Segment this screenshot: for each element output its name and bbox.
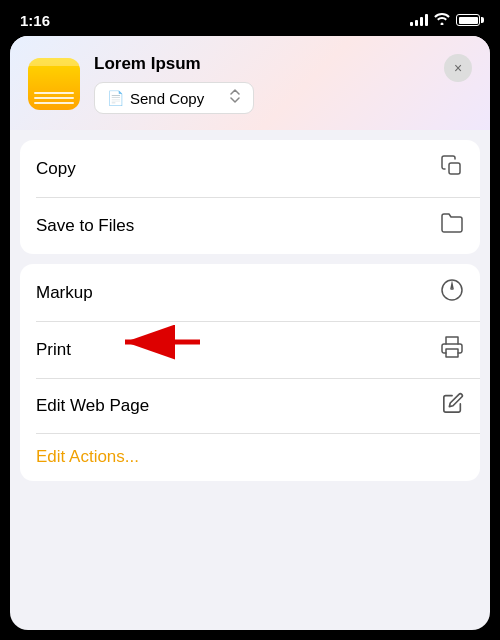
app-title: Lorem Ipsum [94, 54, 472, 74]
menu-item-print[interactable]: Print [20, 321, 480, 378]
document-icon: 📄 [107, 90, 124, 106]
print-label: Print [36, 340, 71, 360]
app-icon [28, 58, 80, 110]
close-button[interactable]: × [444, 54, 472, 82]
menu-section-1: Copy Save to Files [20, 140, 480, 254]
print-icon [440, 335, 464, 364]
markup-label: Markup [36, 283, 93, 303]
menu-item-save-to-files[interactable]: Save to Files [20, 197, 480, 254]
battery-icon [456, 14, 480, 26]
edit-web-page-label: Edit Web Page [36, 396, 149, 416]
share-sheet: Lorem Ipsum 📄 Send Copy × Copy [10, 36, 490, 630]
svg-rect-0 [449, 163, 460, 174]
time-label: 1:16 [20, 12, 50, 29]
edit-web-page-icon [442, 392, 464, 419]
copy-icon [440, 154, 464, 183]
save-to-files-icon [440, 211, 464, 240]
send-copy-label: Send Copy [130, 90, 204, 107]
status-bar: 1:16 [0, 0, 500, 36]
copy-label: Copy [36, 159, 76, 179]
menu-item-copy[interactable]: Copy [20, 140, 480, 197]
signal-icon [410, 14, 428, 26]
markup-icon [440, 278, 464, 307]
wifi-icon [434, 13, 450, 28]
status-icons [410, 13, 480, 28]
save-to-files-label: Save to Files [36, 216, 134, 236]
menu-section-2: Markup Print Edi [20, 264, 480, 481]
send-copy-button[interactable]: 📄 Send Copy [94, 82, 254, 114]
edit-actions-label: Edit Actions... [36, 447, 139, 466]
sheet-header: Lorem Ipsum 📄 Send Copy × [10, 36, 490, 130]
svg-rect-4 [446, 349, 458, 357]
menu-item-markup[interactable]: Markup [20, 264, 480, 321]
header-info: Lorem Ipsum 📄 Send Copy [94, 54, 472, 114]
edit-actions-button[interactable]: Edit Actions... [20, 433, 480, 481]
chevron-updown-icon [229, 89, 241, 107]
menu-item-edit-web-page[interactable]: Edit Web Page [20, 378, 480, 433]
